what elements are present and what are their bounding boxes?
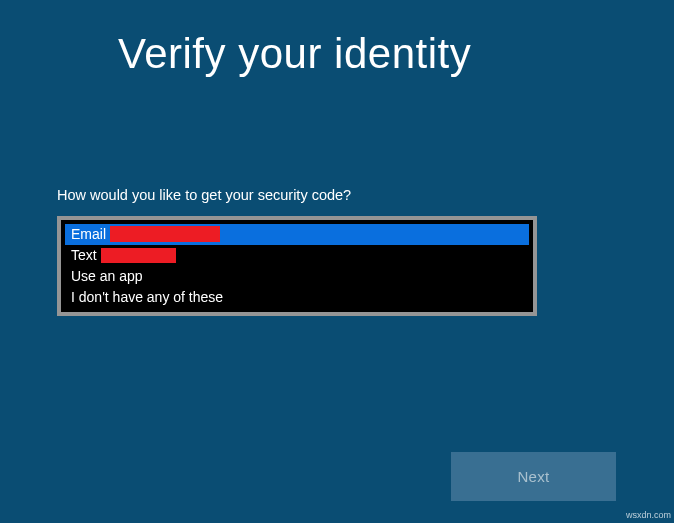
option-label: I don't have any of these bbox=[71, 289, 223, 305]
page-title: Verify your identity bbox=[118, 30, 471, 78]
next-button[interactable]: Next bbox=[451, 452, 616, 501]
option-text[interactable]: Text bbox=[65, 245, 529, 266]
dropdown-list: Email Text Use an app I don't have any o… bbox=[61, 220, 533, 312]
redacted-phone bbox=[101, 248, 176, 263]
option-use-app[interactable]: Use an app bbox=[65, 266, 529, 287]
option-email[interactable]: Email bbox=[65, 224, 529, 245]
option-label: Use an app bbox=[71, 268, 143, 284]
option-label: Text bbox=[71, 247, 101, 263]
security-code-prompt: How would you like to get your security … bbox=[57, 187, 351, 203]
option-none[interactable]: I don't have any of these bbox=[65, 287, 529, 308]
redacted-email bbox=[110, 226, 220, 242]
watermark: wsxdn.com bbox=[626, 510, 671, 520]
option-label: Email bbox=[71, 226, 110, 242]
verification-method-dropdown[interactable]: Email Text Use an app I don't have any o… bbox=[57, 216, 537, 316]
